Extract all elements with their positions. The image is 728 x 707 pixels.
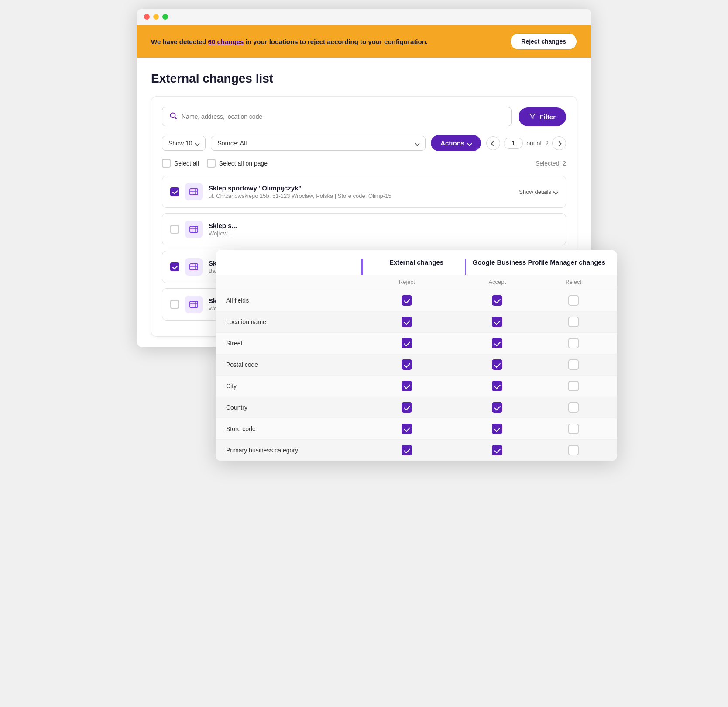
ext-reject-checkbox[interactable] bbox=[402, 424, 412, 434]
popup-gbp-col: Google Business Profile Manager changes bbox=[465, 259, 607, 275]
search-row: Filter bbox=[162, 107, 566, 126]
main-content: External changes list bbox=[137, 58, 591, 347]
ext-reject-checkbox[interactable] bbox=[402, 295, 412, 306]
popup-field-name: All fields bbox=[226, 297, 359, 304]
source-label: Source: All bbox=[217, 140, 247, 147]
close-dot[interactable] bbox=[144, 14, 150, 20]
popup-row: Country bbox=[216, 397, 617, 418]
popup-field-name: Location name bbox=[226, 318, 359, 325]
select-page-checkbox[interactable] bbox=[207, 159, 216, 168]
gbp-accept-checkbox[interactable] bbox=[492, 381, 502, 391]
popup-gbp-reject bbox=[540, 338, 607, 348]
popup-ext-check bbox=[359, 445, 454, 455]
popup-gbp-reject bbox=[540, 295, 607, 306]
search-icon bbox=[169, 112, 177, 121]
select-page-label[interactable]: Select all on page bbox=[207, 159, 268, 168]
prev-page-button[interactable] bbox=[486, 136, 500, 150]
popup-row: Location name bbox=[216, 311, 617, 333]
location-icon bbox=[185, 221, 203, 238]
popup-field-name: Street bbox=[226, 340, 359, 347]
source-select[interactable]: Source: All bbox=[211, 136, 426, 151]
maximize-dot[interactable] bbox=[162, 14, 168, 20]
minimize-dot[interactable] bbox=[153, 14, 159, 20]
select-all-label[interactable]: Select all bbox=[162, 159, 199, 168]
ext-reject-checkbox[interactable] bbox=[402, 402, 412, 413]
gbp-reject-checkbox[interactable] bbox=[568, 402, 579, 413]
search-input[interactable] bbox=[182, 113, 504, 120]
popup-gbp-reject bbox=[540, 402, 607, 413]
gbp-reject-checkbox[interactable] bbox=[568, 317, 579, 327]
search-input-wrap[interactable] bbox=[162, 107, 512, 126]
location-checkbox[interactable] bbox=[170, 300, 179, 309]
popup-sub-reject-label: Reject bbox=[359, 279, 454, 285]
gbp-accept-checkbox[interactable] bbox=[492, 317, 502, 327]
popup-field-name: Primary business category bbox=[226, 447, 359, 454]
actions-chevron-icon bbox=[468, 139, 471, 147]
gbp-reject-checkbox[interactable] bbox=[568, 295, 579, 306]
reject-changes-button[interactable]: Reject changes bbox=[510, 33, 577, 50]
gbp-reject-checkbox[interactable] bbox=[568, 338, 579, 348]
location-checkbox[interactable] bbox=[170, 225, 179, 234]
location-checkbox[interactable] bbox=[170, 262, 179, 271]
popup-ext-check bbox=[359, 338, 454, 348]
location-name: Sklep sportowy "Olimpijczyk" bbox=[209, 184, 513, 192]
popup-ext-check bbox=[359, 424, 454, 434]
svg-rect-4 bbox=[190, 264, 198, 270]
popup-panel: External changes Google Business Profile… bbox=[216, 250, 617, 461]
ext-reject-checkbox[interactable] bbox=[402, 338, 412, 348]
show-details-button[interactable]: Show details bbox=[519, 189, 558, 195]
page-out-of: out of bbox=[526, 140, 542, 147]
popup-row: Street bbox=[216, 333, 617, 354]
location-icon bbox=[185, 258, 203, 276]
selected-count: Selected: 2 bbox=[536, 160, 566, 167]
popup-row: Store code bbox=[216, 418, 617, 440]
location-info: Sklep sportowy "Olimpijczyk" ul. Chrzano… bbox=[209, 184, 513, 199]
gbp-accept-checkbox[interactable] bbox=[492, 445, 502, 455]
popup-gbp-accept bbox=[454, 402, 540, 413]
ext-reject-checkbox[interactable] bbox=[402, 381, 412, 391]
filter-button[interactable]: Filter bbox=[519, 107, 566, 126]
popup-row: All fields bbox=[216, 290, 617, 311]
location-address: ul. Chrzanowskiego 15b, 51-123 Wrocław, … bbox=[209, 193, 513, 199]
show-select[interactable]: Show 10 bbox=[162, 136, 206, 151]
popup-ext-col: External changes bbox=[361, 259, 465, 275]
popup-ext-title: External changes bbox=[389, 259, 443, 266]
changes-link[interactable]: 60 changes bbox=[208, 38, 244, 45]
svg-line-1 bbox=[175, 117, 177, 119]
actions-button[interactable]: Actions bbox=[431, 135, 481, 151]
prev-page-icon bbox=[491, 140, 495, 147]
gbp-accept-checkbox[interactable] bbox=[492, 295, 502, 306]
popup-sub-reject2-label: Reject bbox=[540, 279, 607, 285]
location-checkbox[interactable] bbox=[170, 187, 179, 196]
popup-spacer bbox=[226, 259, 361, 275]
gbp-reject-checkbox[interactable] bbox=[568, 445, 579, 455]
show-chevron-icon bbox=[196, 140, 199, 147]
popup-gbp-accept bbox=[454, 381, 540, 391]
filter-icon bbox=[529, 113, 536, 121]
gbp-accept-checkbox[interactable] bbox=[492, 338, 502, 348]
gbp-reject-checkbox[interactable] bbox=[568, 359, 579, 370]
ext-reject-checkbox[interactable] bbox=[402, 317, 412, 327]
gbp-reject-checkbox[interactable] bbox=[568, 381, 579, 391]
select-page-text: Select all on page bbox=[219, 160, 268, 167]
page-number-input[interactable] bbox=[504, 138, 523, 149]
svg-rect-2 bbox=[190, 189, 198, 195]
gbp-accept-checkbox[interactable] bbox=[492, 359, 502, 370]
ext-reject-checkbox[interactable] bbox=[402, 445, 412, 455]
actions-label: Actions bbox=[440, 139, 464, 147]
banner-prefix: We have detected bbox=[151, 38, 208, 45]
next-page-button[interactable] bbox=[552, 136, 566, 150]
select-all-checkbox[interactable] bbox=[162, 159, 171, 168]
gbp-reject-checkbox[interactable] bbox=[568, 424, 579, 434]
popup-gbp-reject bbox=[540, 359, 607, 370]
select-row: Select all Select all on page Selected: … bbox=[162, 159, 566, 168]
gbp-accept-checkbox[interactable] bbox=[492, 424, 502, 434]
location-icon bbox=[185, 296, 203, 313]
show-details-label: Show details bbox=[519, 189, 551, 195]
location-item: Sklep s... Wojrow... bbox=[162, 213, 566, 245]
gbp-accept-checkbox[interactable] bbox=[492, 402, 502, 413]
ext-reject-checkbox[interactable] bbox=[402, 359, 412, 370]
popup-gbp-accept bbox=[454, 295, 540, 306]
popup-gbp-accept bbox=[454, 445, 540, 455]
popup-gbp-reject bbox=[540, 381, 607, 391]
